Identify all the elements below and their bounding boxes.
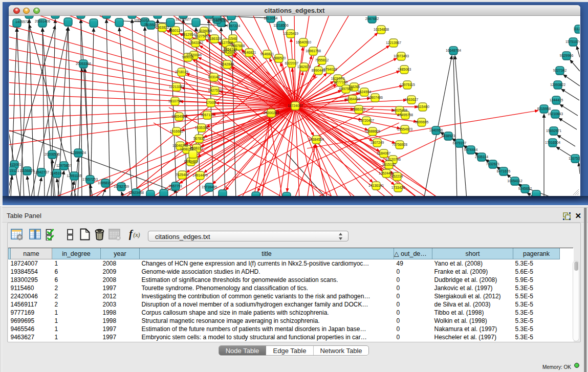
svg-text:10688609: 10688609 <box>365 129 380 133</box>
svg-text:8813054: 8813054 <box>264 16 278 20</box>
svg-text:14136141: 14136141 <box>368 184 384 187</box>
svg-text:12942737: 12942737 <box>34 170 49 174</box>
svg-text:12975857: 12975857 <box>56 164 72 167</box>
svg-text:19554923: 19554923 <box>397 127 412 131</box>
svg-text:14671358: 14671358 <box>213 19 229 23</box>
svg-text:4598222: 4598222 <box>190 146 204 150</box>
svg-text:5184067: 5184067 <box>377 151 391 155</box>
svg-text:8938923: 8938923 <box>442 134 455 138</box>
svg-text:9699695: 9699695 <box>415 120 429 124</box>
svg-text:9329966: 9329966 <box>560 54 574 57</box>
svg-text:(x): (x) <box>133 231 140 238</box>
svg-text:6099489: 6099489 <box>184 160 198 163</box>
svg-text:1546: 1546 <box>229 37 236 40</box>
svg-text:567835: 567835 <box>193 137 205 140</box>
svg-text:3267110: 3267110 <box>201 113 214 117</box>
svg-text:111245: 111245 <box>573 27 580 31</box>
svg-text:14055724: 14055724 <box>15 20 31 24</box>
svg-text:3660124: 3660124 <box>169 29 183 32</box>
svg-text:25300283: 25300283 <box>264 111 279 115</box>
svg-text:12213382: 12213382 <box>169 85 184 89</box>
svg-text:3915121: 3915121 <box>9 169 19 172</box>
svg-text:8186328: 8186328 <box>208 37 222 40</box>
svg-text:14914479: 14914479 <box>192 173 208 177</box>
svg-text:8215958: 8215958 <box>537 107 551 111</box>
svg-text:2087682: 2087682 <box>365 17 379 20</box>
svg-text:8471676: 8471676 <box>497 169 511 173</box>
svg-text:7886372: 7886372 <box>352 107 366 111</box>
svg-text:9463627: 9463627 <box>405 98 419 101</box>
svg-text:9146821: 9146821 <box>243 51 256 54</box>
svg-text:16640910: 16640910 <box>296 40 311 44</box>
svg-text:15720407: 15720407 <box>359 119 374 122</box>
svg-text:1916682: 1916682 <box>170 129 184 133</box>
svg-text:9146821: 9146821 <box>260 52 274 56</box>
svg-text:13226058: 13226058 <box>197 29 212 33</box>
svg-text:15692971: 15692971 <box>546 129 561 133</box>
svg-text:10653267: 10653267 <box>134 18 149 22</box>
svg-text:17359924: 17359924 <box>71 151 86 155</box>
svg-text:1535359: 1535359 <box>195 126 209 129</box>
svg-text:18724007: 18724007 <box>288 104 303 107</box>
svg-text:803144: 803144 <box>208 75 220 79</box>
svg-text:9115460: 9115460 <box>416 105 429 108</box>
svg-text:9127509: 9127509 <box>195 34 209 38</box>
svg-text:9245652: 9245652 <box>518 187 532 190</box>
svg-text:746266: 746266 <box>349 85 360 89</box>
svg-text:16210643: 16210643 <box>548 112 563 116</box>
svg-text:10807486: 10807486 <box>367 96 383 99</box>
svg-text:1244415: 1244415 <box>550 98 563 102</box>
svg-text:252214: 252214 <box>391 174 403 178</box>
svg-text:7632621: 7632621 <box>486 162 500 166</box>
svg-text:15716485: 15716485 <box>202 185 217 189</box>
svg-text:10120746: 10120746 <box>385 158 401 161</box>
svg-text:16961758: 16961758 <box>306 49 321 53</box>
svg-text:7625402: 7625402 <box>176 173 189 177</box>
svg-text:2935114: 2935114 <box>475 155 488 159</box>
svg-text:21364436: 21364436 <box>345 97 360 101</box>
svg-text:1145194: 1145194 <box>50 171 63 175</box>
svg-text:13975115: 13975115 <box>400 83 415 86</box>
svg-text:10025438: 10025438 <box>392 108 407 112</box>
svg-text:1810755: 1810755 <box>168 99 182 103</box>
svg-text:12923448: 12923448 <box>128 191 144 194</box>
svg-text:19384554: 19384554 <box>309 138 324 141</box>
svg-text:2718119: 2718119 <box>175 70 188 74</box>
svg-text:1733426: 1733426 <box>391 186 405 189</box>
svg-text:10054112: 10054112 <box>507 179 522 183</box>
svg-text:1362615: 1362615 <box>297 65 311 69</box>
svg-text:989015: 989015 <box>182 55 194 59</box>
svg-text:7955812: 7955812 <box>315 58 329 62</box>
svg-text:6794028: 6794028 <box>323 68 337 71</box>
svg-text:13495758: 13495758 <box>398 113 413 117</box>
svg-text:20206576: 20206576 <box>45 152 60 156</box>
svg-text:17016504: 17016504 <box>545 141 560 144</box>
svg-text:10958157: 10958157 <box>98 181 113 185</box>
svg-text:7485063: 7485063 <box>398 68 411 71</box>
svg-text:9777169: 9777169 <box>334 80 348 84</box>
svg-text:16046748: 16046748 <box>172 144 188 147</box>
svg-text:10543362: 10543362 <box>188 41 203 45</box>
svg-text:15751074: 15751074 <box>565 40 580 43</box>
svg-text:9657791: 9657791 <box>169 184 183 188</box>
svg-text:11156829: 11156829 <box>19 169 34 172</box>
svg-text:1621072: 1621072 <box>331 77 345 80</box>
svg-text:9242848: 9242848 <box>221 62 234 66</box>
svg-text:70756928: 70756928 <box>392 143 407 146</box>
svg-text:17957253: 17957253 <box>82 178 98 181</box>
svg-text:7663822: 7663822 <box>156 26 169 29</box>
svg-text:1615132: 1615132 <box>382 163 396 166</box>
svg-text:9227342: 9227342 <box>553 69 567 72</box>
svg-text:9474444: 9474444 <box>464 148 478 151</box>
svg-text:11218506: 11218506 <box>273 24 289 27</box>
svg-text:2867608: 2867608 <box>231 44 245 48</box>
svg-text:1807249: 1807249 <box>371 141 384 144</box>
svg-text:16154838: 16154838 <box>374 28 389 31</box>
svg-text:10973493: 10973493 <box>394 54 409 58</box>
svg-text:1415001: 1415001 <box>9 163 21 166</box>
svg-text:20053346: 20053346 <box>76 62 91 65</box>
svg-text:16648784: 16648784 <box>446 49 461 52</box>
svg-text:6322037: 6322037 <box>285 61 299 65</box>
svg-text:7357224: 7357224 <box>227 24 241 28</box>
svg-text:17005: 17005 <box>206 101 216 104</box>
